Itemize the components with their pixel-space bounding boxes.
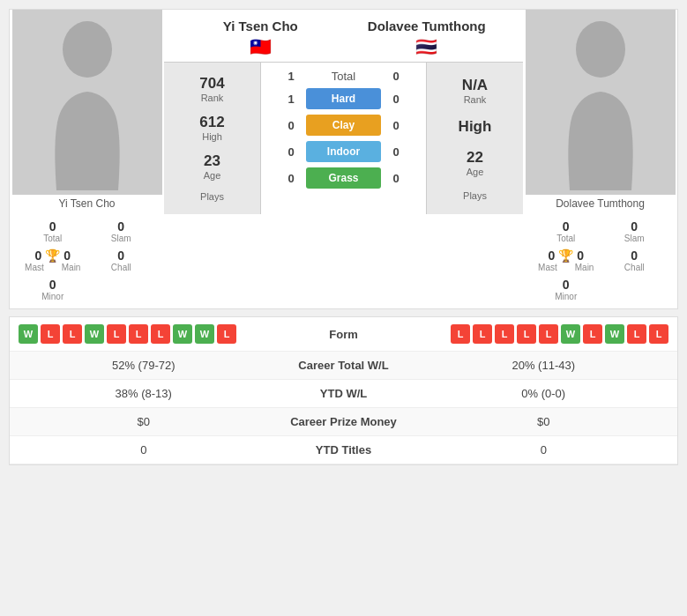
player1-center-name: Yi Tsen Cho bbox=[177, 19, 344, 33]
player2-minor-cell: 0 Minor bbox=[532, 275, 601, 304]
player1-trophy-icon: 🏆 bbox=[45, 249, 60, 263]
player2-gray-panel: N/A Rank High 22 Age Plays bbox=[426, 62, 523, 214]
ytd-titles-row: 0 YTD Titles 0 bbox=[10, 436, 677, 464]
player2-plays-block: Plays bbox=[431, 185, 519, 206]
svg-point-1 bbox=[576, 21, 625, 78]
player2-plays-lbl: Plays bbox=[431, 190, 519, 201]
grass-left-score: 0 bbox=[281, 172, 301, 185]
player1-form-badge-6: L bbox=[151, 324, 170, 344]
center-names-row: Yi Tsen Cho 🇹🇼 Dolavee Tumthong 🇹🇭 bbox=[164, 10, 523, 62]
player1-form-badge-8: W bbox=[195, 324, 214, 344]
player2-total-cell: 0 Total bbox=[532, 217, 601, 246]
surfaces-block: 704 Rank 612 High 23 Age Plays bbox=[164, 62, 523, 214]
player1-rank-block: 704 Rank bbox=[168, 70, 256, 108]
player1-name-block: Yi Tsen Cho 🇹🇼 bbox=[177, 19, 344, 57]
player2-rank-lbl: Rank bbox=[431, 94, 519, 105]
hard-row: 1 Hard 0 bbox=[261, 85, 426, 112]
total-label: Total bbox=[306, 70, 381, 83]
player1-slam-val: 0 bbox=[87, 219, 156, 234]
bottom-stats-section: WLLWLLLWWL Form LLLLLWLWLL 52% (79-72) C… bbox=[9, 316, 678, 465]
player1-age-lbl: Age bbox=[168, 170, 256, 181]
player2-form-badge-8: L bbox=[627, 324, 646, 344]
player1-form-badge-1: L bbox=[41, 324, 60, 344]
ytd-wl-label: YTD W/L bbox=[265, 387, 423, 400]
player2-chall-cell: 0 Chall bbox=[601, 246, 669, 275]
indoor-row: 0 Indoor 0 bbox=[261, 138, 426, 165]
player1-silhouette bbox=[39, 14, 136, 190]
player2-form-badge-4: L bbox=[539, 324, 558, 344]
player1-slam-cell: 0 Slam bbox=[87, 217, 156, 246]
player2-ytd-titles: 0 bbox=[423, 443, 665, 456]
player2-form-badge-2: L bbox=[495, 324, 514, 344]
player1-rank-lbl: Rank bbox=[168, 93, 256, 103]
player2-form-badge-3: L bbox=[517, 324, 536, 344]
total-left-score: 1 bbox=[281, 70, 301, 83]
player1-chall-lbl: Chall bbox=[87, 263, 156, 272]
player2-trophy-icon: 🏆 bbox=[558, 249, 573, 263]
player1-form: WLLWLLLWWL bbox=[19, 324, 300, 344]
player2-total-lbl: Total bbox=[532, 234, 601, 243]
grass-row: 0 Grass 0 bbox=[261, 165, 426, 191]
player2-high-val: High bbox=[431, 118, 519, 136]
player2-main-lbl: Main bbox=[575, 263, 594, 272]
right-player-panel: Dolavee Tumthong 0 Total 0 Slam 0 🏆 0 bbox=[523, 10, 677, 308]
player1-mast-lbl: Mast bbox=[25, 263, 44, 272]
player1-plays-block: Plays bbox=[168, 186, 256, 207]
player1-mast-val: 0 bbox=[34, 249, 41, 263]
player2-age-lbl: Age bbox=[431, 167, 519, 177]
player2-minor-lbl: Minor bbox=[532, 292, 601, 301]
player1-rank-val: 704 bbox=[168, 75, 256, 93]
player2-mast-cell: 0 🏆 0 Mast Main bbox=[532, 246, 601, 275]
player1-chall-cell: 0 Chall bbox=[87, 246, 156, 275]
player2-silhouette bbox=[552, 14, 649, 190]
player2-flag: 🇹🇭 bbox=[344, 36, 511, 57]
player1-age-val: 23 bbox=[168, 152, 256, 170]
player2-chall-lbl: Chall bbox=[601, 263, 669, 272]
player1-high-lbl: High bbox=[168, 131, 256, 142]
player2-chall-val: 0 bbox=[601, 249, 669, 263]
player2-form-badge-5: W bbox=[561, 324, 580, 344]
clay-right-score: 0 bbox=[386, 119, 406, 132]
player2-slam-lbl: Slam bbox=[601, 234, 669, 243]
player2-rank-block: N/A Rank bbox=[431, 71, 519, 110]
player1-minor-lbl: Minor bbox=[19, 292, 87, 301]
player2-prize: $0 bbox=[423, 415, 665, 428]
clay-surface-pill: Clay bbox=[306, 115, 381, 136]
player1-main-lbl: Main bbox=[62, 263, 81, 272]
player1-total-lbl: Total bbox=[19, 234, 87, 243]
player1-minor-cell: 0 Minor bbox=[19, 275, 87, 304]
player1-total-val: 0 bbox=[19, 219, 87, 234]
player1-slam-lbl: Slam bbox=[87, 234, 156, 243]
player2-form-badge-7: W bbox=[605, 324, 624, 344]
player1-career-wl: 52% (79-72) bbox=[23, 359, 265, 372]
player1-form-badge-9: L bbox=[217, 324, 236, 344]
player1-form-badge-3: W bbox=[85, 324, 104, 344]
player2-main-val: 0 bbox=[577, 249, 584, 263]
player2-mast-lbl: Mast bbox=[538, 263, 557, 272]
player1-minor-val: 0 bbox=[19, 278, 87, 292]
hard-right-score: 0 bbox=[386, 93, 406, 106]
total-right-score: 0 bbox=[386, 70, 406, 83]
player1-high-val: 612 bbox=[168, 114, 256, 131]
player2-ytd-wl: 0% (0-0) bbox=[423, 387, 665, 400]
player2-form-badge-9: L bbox=[649, 324, 668, 344]
total-row: 1 Total 0 bbox=[261, 67, 426, 85]
player2-mast-val: 0 bbox=[548, 249, 555, 263]
player2-total-val: 0 bbox=[532, 219, 601, 234]
player1-ytd-titles: 0 bbox=[23, 443, 265, 456]
player1-ytd-wl: 38% (8-13) bbox=[23, 387, 265, 400]
indoor-right-score: 0 bbox=[386, 145, 406, 159]
player1-form-badge-0: W bbox=[19, 324, 38, 344]
prize-label: Career Prize Money bbox=[265, 415, 423, 428]
left-player-panel: Yi Tsen Cho 0 Total 0 Slam 0 🏆 0 bbox=[10, 10, 164, 308]
player2-name-block: Dolavee Tumthong 🇹🇭 bbox=[344, 19, 511, 57]
player2-photo bbox=[526, 10, 676, 195]
player1-mast-cell: 0 🏆 0 Mast Main bbox=[19, 246, 87, 275]
surfaces-center: 1 Total 0 1 Hard 0 0 Clay 0 bbox=[261, 62, 426, 214]
player2-rank-val: N/A bbox=[431, 77, 519, 94]
player2-form-badge-6: L bbox=[583, 324, 602, 344]
player1-total-cell: 0 Total bbox=[19, 217, 87, 246]
player2-stats: 0 Total 0 Slam 0 🏆 0 Mast Main bbox=[523, 212, 677, 308]
player2-slam-val: 0 bbox=[601, 219, 669, 234]
player1-chall-val: 0 bbox=[87, 249, 156, 263]
